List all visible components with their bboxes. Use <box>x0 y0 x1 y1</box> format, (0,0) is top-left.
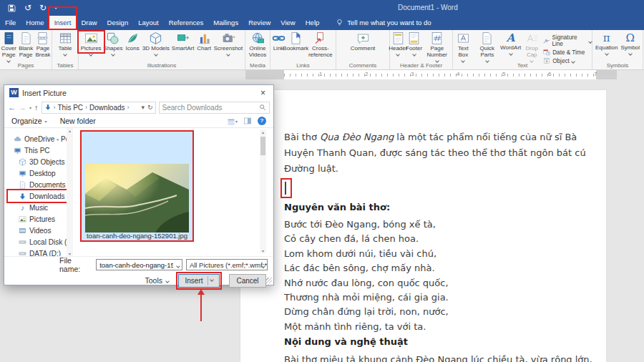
scroll-down-icon[interactable]: ▾ <box>262 248 264 253</box>
ribbon-button-smartart[interactable]: SmartArt <box>172 31 195 52</box>
breadcrumb-downloads[interactable]: Downloads <box>89 104 125 112</box>
sidebar-item-pictures[interactable]: Pictures <box>4 213 73 225</box>
tab-file[interactable]: File <box>0 16 21 30</box>
ribbon-button-date-time[interactable]: Date & Time <box>543 49 592 56</box>
sidebar-scrollbar[interactable]: ▴▾ <box>67 128 73 256</box>
sidebar-item-onedrive[interactable]: OneDrive - Person <box>4 133 73 145</box>
ribbon-button-comment[interactable]: Comment <box>351 31 376 52</box>
ribbon-button-cover-page[interactable]: Cover Page <box>0 31 17 62</box>
horizontal-ruler[interactable]: 1 2 3 4 5 6 7 <box>245 70 617 79</box>
ribbon-button-cross-reference[interactable]: Cross-reference <box>306 31 336 59</box>
preview-pane-icon[interactable] <box>243 117 252 125</box>
annotation-caret-box <box>280 178 292 198</box>
help-icon[interactable]: ? <box>258 117 266 125</box>
ribbon-button-equation[interactable]: πEquation <box>595 31 618 55</box>
ribbon-button-page-number[interactable]: Page Number <box>422 31 452 62</box>
tab-insert[interactable]: Insert <box>49 16 77 30</box>
new-folder-button[interactable]: New folder <box>60 117 96 125</box>
sidebar-item-local-disk-c[interactable]: Local Disk (C:) <box>4 236 73 248</box>
address-breadcrumb[interactable]: › This PC › Downloads › ▾↻ <box>42 102 156 114</box>
tab-references[interactable]: References <box>164 16 209 30</box>
sidebar-item-downloads[interactable]: Downloads <box>4 190 73 202</box>
ribbon-tab-bar: File Home Insert Draw Design Layout Refe… <box>0 16 644 30</box>
file-list-scrollbar[interactable]: ▴▾ <box>260 129 266 253</box>
button-label: Table <box>58 46 72 52</box>
resize-grip[interactable] <box>266 278 272 283</box>
up-arrow-icon[interactable]: ↑ <box>34 102 39 113</box>
sidebar-item-documents[interactable]: Documents <box>4 179 73 190</box>
tab-design[interactable]: Design <box>102 16 134 30</box>
ribbon-button-table[interactable]: Table <box>57 31 73 56</box>
ribbon-button-symbol[interactable]: ΩSymbol <box>620 31 640 55</box>
ribbon-button-blank-page[interactable]: Blank Page <box>17 31 34 59</box>
sidebar-item-desktop[interactable]: Desktop <box>4 167 73 179</box>
ribbon-button-screenshot[interactable]: Screenshot <box>214 31 243 56</box>
breadcrumb-this-pc[interactable]: This PC <box>58 104 84 112</box>
tab-mailings[interactable]: Mailings <box>208 16 243 30</box>
ribbon-button-wordart[interactable]: AWordArt <box>501 31 520 55</box>
ribbon-button-page-break[interactable]: Page Break <box>34 31 52 59</box>
group-label-media: Media <box>245 62 270 69</box>
tell-me-box[interactable]: Tell me what you want to do <box>336 19 431 30</box>
tab-view[interactable]: View <box>275 16 300 30</box>
file-type-combo[interactable]: All Pictures (*.emf;*.wmf;*.jpg; <box>186 259 268 270</box>
sidebar-item-music[interactable]: ♪Music <box>4 202 73 213</box>
document-page[interactable]: Bài thơ Qua Đèo Ngang là một tác phẩm nổ… <box>240 89 607 362</box>
undo-icon[interactable]: ↺ <box>24 2 31 14</box>
scroll-down-icon[interactable]: ▾ <box>69 251 71 256</box>
cancel-button[interactable]: Cancel <box>229 274 266 288</box>
sidebar-item-videos[interactable]: Videos <box>4 225 73 236</box>
redo-icon[interactable]: ↻ <box>39 2 47 14</box>
button-label: Page Number <box>422 46 452 59</box>
insert-button[interactable]: Insert <box>178 274 220 288</box>
file-name-input[interactable] <box>97 261 182 269</box>
tab-layout[interactable]: Layout <box>133 16 164 30</box>
dialog-title-bar[interactable]: W Insert Picture × <box>4 85 273 100</box>
scroll-up-icon[interactable]: ▴ <box>262 129 264 134</box>
refresh-icon[interactable]: ↻ <box>147 104 153 111</box>
ribbon-button-header[interactable]: Header <box>390 31 406 56</box>
address-dropdown-icon[interactable]: ▾ <box>141 104 145 111</box>
tab-help[interactable]: Help <box>301 16 325 30</box>
ribbon-button-quick-parts[interactable]: Quick Parts <box>474 31 502 62</box>
search-box[interactable] <box>159 102 270 114</box>
selected-image-file[interactable]: toan-canh-deo-ngang-152901.jpg <box>82 132 192 240</box>
link-icon <box>272 31 286 45</box>
ribbon-button-footer[interactable]: Footer <box>406 31 422 56</box>
ribbon-button-online-videos[interactable]: Online Videos <box>245 31 270 59</box>
scroll-up-icon[interactable]: ▴ <box>69 128 71 133</box>
forward-arrow-icon[interactable]: → <box>19 102 26 113</box>
sidebar-item-data-d[interactable]: DATA (D:) <box>4 248 73 256</box>
scrollbar-thumb[interactable] <box>260 137 265 155</box>
file-name-combo[interactable] <box>96 259 182 270</box>
ribbon-button-text-box[interactable]: Text Box <box>453 31 474 62</box>
ribbon-button-drop-cap[interactable]: Drop Cap <box>520 31 543 62</box>
sidebar-item-this-pc[interactable]: This PC <box>4 145 73 156</box>
poem-line: Cỏ cây chen đá, lá chen hoa. <box>284 232 593 246</box>
chevron-down-icon[interactable] <box>210 278 214 282</box>
ribbon-button-pictures[interactable]: Pictures <box>81 31 102 56</box>
search-input[interactable] <box>162 104 259 112</box>
file-list-area[interactable]: toan-canh-deo-ngang-152901.jpg ▴▾ <box>73 128 273 256</box>
ribbon-button-icons[interactable]: Icons <box>125 31 140 52</box>
sidebar-item-3d-objects[interactable]: 3D Objects <box>4 156 73 167</box>
quick-access-toolbar: ↺ ↻ ▾ <box>7 2 57 14</box>
tab-draw[interactable]: Draw <box>76 16 102 30</box>
views-button[interactable]: ▾ <box>227 116 238 125</box>
tab-review[interactable]: Review <box>243 16 275 30</box>
save-icon[interactable] <box>7 4 16 13</box>
customize-qat-icon[interactable]: ▾ <box>54 2 57 14</box>
ribbon-button-bookmark[interactable]: Bookmark <box>286 31 306 52</box>
back-arrow-icon[interactable]: ← <box>8 102 16 113</box>
close-icon[interactable]: × <box>258 88 268 98</box>
ribbon-button-chart[interactable]: Chart <box>196 31 212 52</box>
organize-menu[interactable]: Organize▾ <box>11 117 47 125</box>
poem-block: Bước tới Đèo Ngang, bóng xế tà, Cỏ cây c… <box>284 217 593 334</box>
tools-menu[interactable]: Tools <box>145 276 169 285</box>
history-chevron-icon[interactable]: ▾ <box>29 105 31 110</box>
tab-home[interactable]: Home <box>21 16 49 30</box>
ribbon-button-signature-line[interactable]: Signature Line <box>543 34 592 47</box>
ribbon-button-shapes[interactable]: Shapes <box>103 31 122 56</box>
ribbon-button-3d-models[interactable]: 3D Models <box>142 31 170 56</box>
word-application-window: ↺ ↻ ▾ Document1 - Word File Home Insert … <box>0 0 644 362</box>
